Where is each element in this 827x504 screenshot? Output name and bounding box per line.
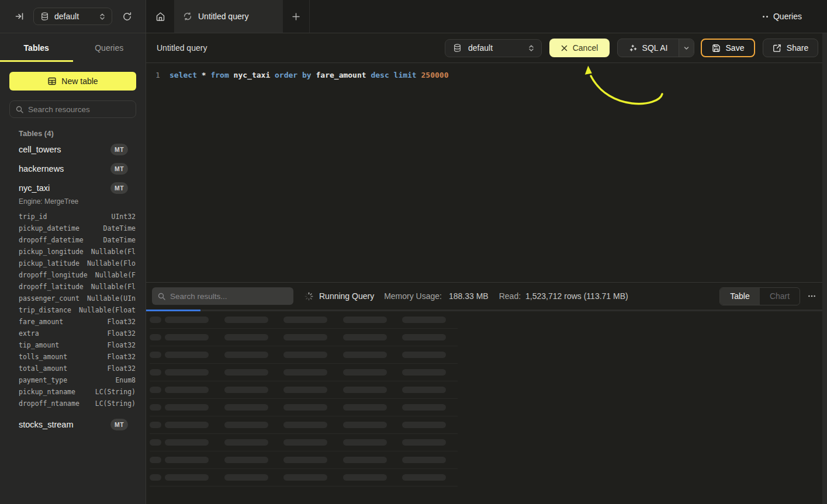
new-tab-button[interactable]: [283, 0, 310, 33]
skeleton-cell: [150, 334, 161, 340]
query-tab[interactable]: Untitled query: [174, 0, 283, 33]
table-row-stocks-stream[interactable]: stocks_stream MT: [0, 415, 146, 434]
sync-icon: [184, 12, 192, 20]
table-row-cell-towers[interactable]: cell_towers MT: [0, 140, 146, 159]
skeleton-cell: [402, 387, 446, 393]
skeleton-row: [150, 346, 458, 364]
table-engine-badge: MT: [110, 163, 128, 175]
refresh-button[interactable]: [122, 12, 132, 22]
skeleton-cell: [150, 352, 161, 358]
column-type: DateTime: [103, 236, 136, 244]
table-name: hackernews: [19, 164, 64, 173]
sql-ai-main[interactable]: SQL AI: [618, 39, 679, 57]
sidebar-tab-queries[interactable]: Queries: [73, 33, 146, 62]
skeleton-cell: [343, 422, 387, 428]
header-database-selector[interactable]: default: [445, 39, 542, 57]
skeleton-cell: [402, 334, 446, 340]
column-row: dropoff_longitude Nullable(F: [19, 269, 136, 281]
skeleton-cell: [150, 387, 161, 393]
skeleton-cell: [402, 439, 446, 446]
dot: [766, 16, 768, 18]
skeleton-cell: [402, 422, 446, 428]
table-list: cell_towers MT hackernews MT nyc_taxi MT…: [0, 140, 146, 434]
column-type: DateTime: [103, 224, 136, 232]
queries-link[interactable]: Queries: [763, 0, 827, 33]
skeleton-cell: [224, 474, 268, 481]
table-row-hackernews[interactable]: hackernews MT: [0, 159, 146, 178]
table-engine-badge: MT: [110, 182, 128, 194]
column-name: dropoff_datetime: [19, 236, 84, 244]
plus-icon: [292, 12, 300, 21]
table-name: stocks_stream: [19, 420, 73, 429]
save-button[interactable]: Save: [701, 39, 755, 57]
sql-ai-label: SQL AI: [642, 43, 668, 53]
loading-spinner-icon: [304, 292, 313, 301]
view-toggle: Table Chart: [719, 287, 800, 305]
column-row: payment_type Enum8: [19, 374, 136, 386]
dots-icon: [763, 16, 768, 18]
sql-token: desc: [371, 71, 389, 79]
skeleton-cell: [402, 369, 446, 376]
sidebar-topbar: default: [0, 0, 146, 33]
sql-ai-button[interactable]: SQL AI: [617, 39, 694, 57]
sql-console-app: default Tables: [0, 0, 827, 504]
view-toggle-chart[interactable]: Chart: [760, 288, 800, 305]
column-row: dropoff_ntaname LC(String): [19, 398, 136, 409]
skeleton-cell: [283, 387, 327, 393]
sidebar-search-input[interactable]: [28, 105, 130, 114]
column-name: tip_amount: [19, 341, 59, 349]
memory-usage-label: Memory Usage:: [384, 291, 442, 301]
sql-token: by: [302, 71, 312, 79]
skeleton-row: [150, 381, 458, 399]
collapse-sidebar-button[interactable]: [15, 12, 24, 21]
skeleton-cell: [150, 474, 161, 481]
sql-ai-dropdown-toggle[interactable]: [679, 39, 694, 57]
column-name: trip_distance: [19, 306, 71, 314]
home-button[interactable]: [146, 0, 174, 33]
read-value: 1,523,712 rows (113.71 MB): [525, 291, 628, 301]
skeleton-cell: [283, 439, 327, 446]
query-header-actions: default Cancel: [445, 39, 818, 57]
sidebar-tabs: Tables Queries: [0, 33, 146, 62]
skeleton-cell: [343, 352, 387, 358]
active-tab-underline: [0, 60, 73, 62]
sql-editor[interactable]: 1 select * from nyc_taxi order by fare_a…: [146, 63, 827, 282]
column-name: dropoff_longitude: [19, 271, 88, 279]
column-name: dropoff_ntaname: [19, 399, 79, 408]
column-name: payment_type: [19, 376, 67, 384]
column-type: Nullable(Fl: [91, 248, 136, 256]
skeleton-cell: [283, 334, 327, 340]
skeleton-cell: [402, 404, 446, 411]
more-options-button[interactable]: [808, 292, 816, 300]
column-row: dropoff_datetime DateTime: [19, 234, 136, 246]
column-row: pickup_latitude Nullable(Flo: [19, 258, 136, 269]
save-icon: [712, 44, 721, 53]
column-type: LC(String): [95, 388, 136, 396]
sidebar-tab-tables-label: Tables: [24, 43, 49, 53]
table-row-nyc-taxi[interactable]: nyc_taxi MT: [0, 178, 146, 197]
column-type: Float32: [108, 329, 136, 338]
tab-strip: Untitled query Queries: [146, 0, 827, 33]
query-status: Running Query: [319, 291, 374, 301]
column-row: passenger_count Nullable(UIn: [19, 293, 136, 304]
column-name: dropoff_latitude: [19, 283, 84, 291]
table-icon: [47, 77, 57, 86]
chevron-down-icon: [683, 45, 690, 51]
x-icon: [561, 45, 568, 51]
search-icon: [16, 106, 23, 113]
results-toolbar: Running Query Memory Usage: 188.33 MB Re…: [146, 282, 827, 310]
scrollbar-track[interactable]: [822, 33, 827, 504]
share-button[interactable]: Share: [763, 39, 818, 57]
column-row: tolls_amount Float32: [19, 351, 136, 363]
database-selector[interactable]: default: [33, 8, 112, 25]
skeleton-cell: [165, 334, 209, 340]
skeleton-row: [150, 364, 458, 381]
results-search-input[interactable]: [170, 292, 288, 301]
skeleton-row: [150, 329, 458, 346]
skeleton-cell: [402, 474, 446, 481]
cancel-button[interactable]: Cancel: [549, 39, 610, 57]
new-table-button[interactable]: New table: [9, 72, 136, 91]
chevrons-up-down-icon: [528, 44, 535, 52]
view-toggle-table[interactable]: Table: [720, 288, 760, 305]
sidebar-tab-tables[interactable]: Tables: [0, 33, 73, 62]
